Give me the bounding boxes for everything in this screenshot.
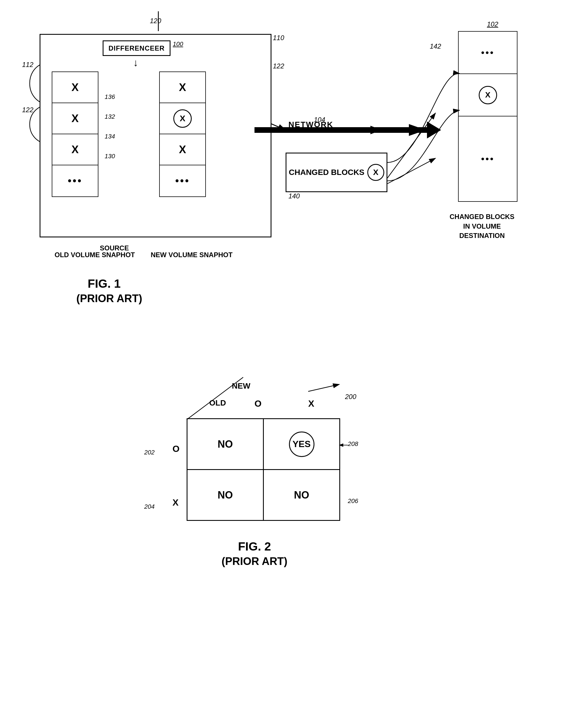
matrix-table-wrapper: NO YES NO NO bbox=[187, 418, 340, 521]
changed-blocks-label: CHANGED BLOCKS bbox=[289, 167, 365, 178]
changed-blocks-circle-x: X bbox=[367, 164, 384, 181]
old-vol-column: X X X ••• bbox=[52, 71, 98, 197]
network-arrow-body bbox=[254, 127, 430, 133]
ref-206: 206 bbox=[348, 497, 358, 505]
ref-122-left: 122 bbox=[22, 106, 33, 114]
ref-110: 110 bbox=[273, 34, 284, 42]
svg-line-17 bbox=[308, 384, 339, 391]
ref-140: 140 bbox=[289, 192, 300, 200]
ref-130: 130 bbox=[105, 153, 115, 160]
ref-112: 112 bbox=[22, 61, 33, 69]
ref-208-arrow bbox=[339, 441, 354, 449]
dest-ref: 102 bbox=[487, 20, 498, 28]
ref-142: 142 bbox=[430, 42, 441, 50]
ref-200: 200 bbox=[345, 393, 356, 401]
fig2-title: FIG. 2 bbox=[170, 540, 339, 553]
matrix-row-2: NO NO bbox=[187, 470, 340, 521]
dest-cell-1-dots: ••• bbox=[459, 32, 517, 74]
ref-202: 202 bbox=[144, 449, 155, 456]
new-vol-column: X X X ••• bbox=[159, 71, 206, 197]
ref-104: 104 bbox=[314, 116, 325, 124]
matrix-table: NO YES NO NO bbox=[187, 418, 340, 521]
down-arrow: ↓ bbox=[133, 57, 138, 69]
yes-circle: YES bbox=[289, 432, 315, 457]
differencer-label: DIFFERENCEER bbox=[109, 44, 165, 52]
header-diag-svg bbox=[187, 376, 271, 421]
differencer-box: DIFFERENCEER bbox=[103, 40, 170, 56]
source-label: SOURCE bbox=[100, 244, 129, 252]
dest-cell-2-dots: ••• bbox=[459, 116, 517, 201]
ref-132: 132 bbox=[105, 113, 115, 120]
new-cell-dots: ••• bbox=[160, 165, 205, 196]
new-cell-1: X bbox=[160, 72, 205, 103]
new-cell-3: X bbox=[160, 134, 205, 165]
dest-vol-box: 102 ••• X ••• bbox=[458, 31, 517, 202]
row-o-label: O bbox=[172, 444, 179, 454]
cell-oo: NO bbox=[187, 419, 263, 470]
page: DIFFERENCEER 100 ↓ X X X ••• X X X ••• bbox=[0, 0, 561, 728]
dest-circle-x: X bbox=[479, 86, 497, 104]
differencer-ref: 100 bbox=[173, 40, 183, 48]
fig1-subtitle: (PRIOR ART) bbox=[76, 293, 142, 305]
circle-x-icon: X bbox=[173, 109, 192, 128]
row-x-label: X bbox=[172, 497, 178, 508]
fig1-title: FIG. 1 bbox=[88, 277, 121, 291]
cell-ox: YES bbox=[263, 419, 340, 470]
old-cell-3: X bbox=[52, 134, 98, 165]
old-cell-dots: ••• bbox=[52, 165, 98, 196]
cell-xx: NO bbox=[263, 470, 340, 521]
fig1-area: DIFFERENCEER 100 ↓ X X X ••• X X X ••• bbox=[17, 8, 543, 348]
old-cell-1: X bbox=[52, 72, 98, 103]
ref-122-right: 122 bbox=[273, 62, 284, 70]
svg-line-16 bbox=[187, 377, 243, 420]
fig2-subtitle: (PRIOR ART) bbox=[158, 555, 351, 567]
network-arrow-head bbox=[427, 122, 441, 138]
new-vol-label: NEW VOLUME SNAPHOT bbox=[151, 250, 232, 259]
source-box: DIFFERENCEER 100 ↓ X X X ••• X X X ••• bbox=[40, 34, 271, 237]
ref-204: 204 bbox=[144, 503, 155, 510]
ref-120: 120 bbox=[150, 17, 161, 25]
dest-label: CHANGED BLOCKSIN VOLUMEDESTINATION bbox=[450, 212, 514, 241]
ref-134: 134 bbox=[105, 133, 115, 140]
cell-xo: NO bbox=[187, 470, 263, 521]
col-x-header: X bbox=[308, 398, 314, 409]
matrix-row-1: NO YES bbox=[187, 419, 340, 470]
old-cell-2: X bbox=[52, 103, 98, 134]
new-cell-circle: X bbox=[160, 103, 205, 134]
dest-cell-circle: X bbox=[459, 74, 517, 116]
ref-136: 136 bbox=[105, 93, 115, 101]
svg-line-11 bbox=[387, 158, 436, 184]
changed-blocks-box: CHANGED BLOCKS X bbox=[286, 153, 387, 192]
